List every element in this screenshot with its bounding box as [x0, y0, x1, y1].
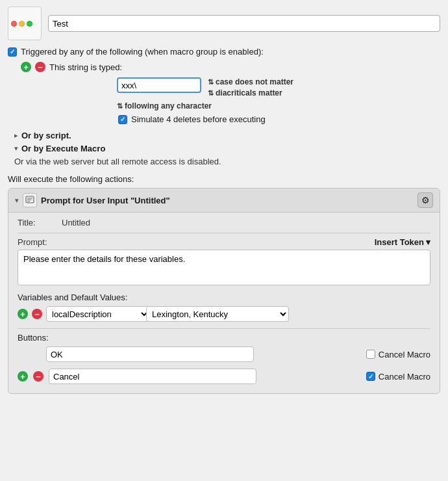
- or-by-execute-chevron-icon: ▾: [14, 144, 18, 153]
- string-typed-row: + − This string is typed:: [21, 62, 440, 72]
- divider-1: [18, 233, 430, 233]
- simulate-checkbox[interactable]: [118, 115, 127, 124]
- following-option-button[interactable]: ⇅ following any character: [117, 101, 212, 110]
- will-execute-label: Will execute the following actions:: [8, 174, 440, 184]
- button-row-cancel: + − Cancel Macro: [18, 369, 430, 384]
- case-option-label: case does not matter: [216, 77, 293, 86]
- simulate-label: Simulate 4 deletes before executing: [131, 114, 266, 124]
- triggered-label: Triggered by any of the following (when …: [21, 47, 264, 57]
- ok-cancel-macro-group: Cancel Macro: [366, 350, 430, 359]
- vars-label: Variables and Default Values:: [18, 292, 430, 302]
- title-row: [8, 6, 440, 40]
- simulate-row: Simulate 4 deletes before executing: [118, 114, 440, 124]
- prompt-textarea[interactable]: Please enter the details for these varia…: [18, 250, 430, 285]
- string-typed-label: This string is typed:: [49, 62, 122, 72]
- add-button-button[interactable]: +: [18, 371, 28, 382]
- ok-button-label-input[interactable]: [46, 346, 254, 362]
- case-chevron-icon: ⇅: [208, 78, 214, 86]
- action-gear-button[interactable]: ⚙: [417, 192, 433, 208]
- var-name-select[interactable]: localDescription: [46, 306, 150, 322]
- title-field-row: Title: Untitled: [18, 218, 430, 228]
- macro-name-input[interactable]: [48, 15, 440, 32]
- title-field-label: Title:: [18, 218, 56, 228]
- prompt-field-label: Prompt:: [18, 237, 56, 247]
- divider-2: [18, 328, 430, 329]
- cancel-cancel-macro-checkbox[interactable]: [366, 372, 375, 381]
- cancel-cancel-macro-label: Cancel Macro: [379, 372, 430, 382]
- following-option-label: following any character: [125, 101, 212, 110]
- or-via-label: Or via the web server but all remote acc…: [14, 157, 221, 166]
- or-by-script-label[interactable]: Or by script.: [21, 131, 71, 140]
- or-by-execute-row: ▾ Or by Execute Macro: [14, 144, 440, 153]
- or-by-execute-label[interactable]: Or by Execute Macro: [21, 144, 105, 153]
- traffic-light-red[interactable]: [11, 21, 17, 27]
- action-header-left: ▾ Prompt for User Input "Untitled": [15, 193, 170, 207]
- insert-token-label: Insert Token: [375, 237, 424, 247]
- action-collapse-chevron-icon[interactable]: ▾: [15, 196, 19, 205]
- action-type-icon: [23, 193, 37, 207]
- diacriticals-option-label: diacriticals matter: [216, 88, 282, 98]
- buttons-label: Buttons:: [18, 333, 430, 343]
- insert-token-chevron-icon: ▾: [426, 237, 430, 247]
- window-icon: [8, 6, 42, 40]
- case-option-button[interactable]: ⇅ case does not matter: [208, 77, 293, 86]
- traffic-light-green[interactable]: [27, 21, 32, 27]
- title-field-value: Untitled: [62, 218, 90, 228]
- gear-icon: ⚙: [421, 195, 430, 205]
- or-by-script-row: ▸ Or by script.: [14, 131, 440, 140]
- remove-trigger-button[interactable]: −: [35, 62, 45, 72]
- traffic-light-yellow[interactable]: [19, 21, 25, 27]
- ok-cancel-macro-checkbox[interactable]: [366, 350, 375, 359]
- cancel-cancel-macro-group: Cancel Macro: [366, 372, 430, 382]
- action-card: ▾ Prompt for User Input "Untitled" ⚙: [8, 188, 440, 394]
- or-via-row: Or via the web server but all remote acc…: [14, 157, 440, 166]
- var-value-select[interactable]: Lexington, Kentucky: [146, 306, 289, 322]
- traffic-lights: [11, 21, 32, 27]
- button-row-ok: Cancel Macro: [18, 346, 430, 362]
- prompt-header-row: Prompt: Insert Token ▾: [18, 237, 430, 247]
- or-by-script-chevron-icon: ▸: [14, 131, 18, 140]
- prompt-icon: [25, 196, 34, 205]
- action-title: Prompt for User Input "Untitled": [41, 196, 170, 205]
- following-chevron-icon: ⇅: [117, 102, 123, 110]
- cancel-button-label-input[interactable]: [49, 369, 256, 384]
- add-var-button[interactable]: +: [18, 309, 28, 319]
- vars-row: + − localDescription Lexington, Kentucky: [18, 306, 430, 322]
- diacriticals-option-button[interactable]: ⇅ diacriticals matter: [208, 88, 293, 98]
- remove-button-button[interactable]: −: [33, 371, 44, 382]
- triggered-row: Triggered by any of the following (when …: [8, 47, 440, 57]
- ok-cancel-macro-label: Cancel Macro: [379, 350, 430, 359]
- remove-var-button[interactable]: −: [32, 309, 42, 319]
- typed-string-input[interactable]: [117, 77, 201, 93]
- action-body: Title: Untitled Prompt: Insert Token ▾ P…: [8, 213, 440, 393]
- triggered-checkbox[interactable]: [8, 47, 17, 57]
- diacriticals-chevron-icon: ⇅: [208, 89, 214, 98]
- add-trigger-button[interactable]: +: [21, 62, 31, 72]
- insert-token-button[interactable]: Insert Token ▾: [375, 237, 430, 247]
- action-header: ▾ Prompt for User Input "Untitled" ⚙: [8, 188, 440, 213]
